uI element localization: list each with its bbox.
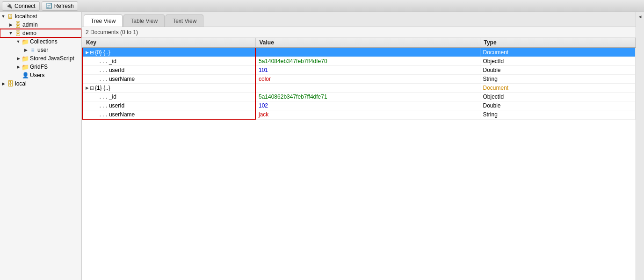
key-label: {0} {..} xyxy=(95,49,110,56)
key-cell: ...userId xyxy=(82,66,255,75)
sidebar-item-label: Collections xyxy=(30,38,58,45)
sidebar-item-admin[interactable]: ▶ 🗄 admin xyxy=(0,21,81,29)
folder-icon: 📁 xyxy=(22,38,29,45)
value-cell: 5a140862b347feb7ff4dfe71 xyxy=(255,93,480,101)
col-key: Key xyxy=(82,38,255,48)
tab-text-label: Text View xyxy=(173,18,196,24)
info-bar: 2 Documents (0 to 1) xyxy=(82,27,636,38)
key-label: userId xyxy=(109,67,124,73)
row-expand-icon[interactable]: ▶ xyxy=(86,86,89,90)
value-cell xyxy=(255,48,480,57)
tab-tree-label: Tree View xyxy=(91,18,116,24)
key-label: _id xyxy=(109,58,116,65)
refresh-icon: 🔄 xyxy=(46,3,52,9)
key-cell: ...userId xyxy=(82,101,255,110)
table-row[interactable]: ...userId102Double xyxy=(82,101,636,110)
table-row[interactable]: ▶⊟{0} {..}Document xyxy=(82,48,636,57)
row-expand-icon[interactable]: ▶ xyxy=(86,50,89,55)
sidebar-item-users[interactable]: ▶ 👤 Users xyxy=(0,71,81,79)
value-cell: color xyxy=(255,75,480,84)
tab-text[interactable]: Text View xyxy=(166,14,203,27)
sidebar-item-label: GridFS xyxy=(30,64,48,70)
key-cell: ..._id xyxy=(82,93,255,101)
expand-icon: ▶ xyxy=(7,22,14,28)
tree-connector: ... xyxy=(99,67,108,73)
expand-icon: ▶ xyxy=(0,80,7,87)
sidebar-item-collections[interactable]: ▼ 📁 Collections xyxy=(0,37,81,46)
tree-connector: ... xyxy=(99,58,108,65)
expand-icon: ▼ xyxy=(15,38,22,45)
sidebar-item-local[interactable]: ▶ 🗄 local xyxy=(0,79,81,88)
value-cell xyxy=(255,84,480,93)
sidebar-item-label: demo xyxy=(22,30,36,36)
type-cell: String xyxy=(480,75,636,84)
expand-icon: ▶ xyxy=(15,64,22,70)
type-cell: ObjectId xyxy=(480,57,636,66)
table-header-row: Key Value Type xyxy=(82,38,636,48)
sidebar-item-label: admin xyxy=(22,22,38,28)
expand-icon: ▼ xyxy=(0,13,7,20)
refresh-button[interactable]: 🔄 Refresh xyxy=(42,1,78,11)
collapse-panel[interactable]: ◄ xyxy=(636,12,644,280)
value-cell: 102 xyxy=(255,101,480,110)
key-cell: ..._id xyxy=(82,57,255,66)
key-cell: ▶⊟{0} {..} xyxy=(82,48,255,57)
tab-tree[interactable]: Tree View xyxy=(84,14,123,27)
tab-bar: Tree View Table View Text View xyxy=(82,12,636,27)
col-value: Value xyxy=(255,38,480,48)
data-table: Key Value Type ▶⊟{0} {..}Document..._id5… xyxy=(82,38,636,120)
type-cell: ObjectId xyxy=(480,93,636,101)
tab-table-label: Table View xyxy=(130,18,158,24)
expand-icon: ▶ xyxy=(22,47,29,53)
folder-icon: 📁 xyxy=(22,55,29,62)
tree-connector: ... xyxy=(99,112,108,118)
refresh-label: Refresh xyxy=(54,3,74,9)
expand-icon: ▶ xyxy=(15,55,22,62)
type-cell: String xyxy=(480,110,636,120)
type-cell: Double xyxy=(480,66,636,75)
toolbar: 🔌 Connect 🔄 Refresh xyxy=(0,0,644,12)
sidebar-item-label: user xyxy=(37,47,48,53)
col-type: Type xyxy=(480,38,636,48)
expand-box-icon[interactable]: ⊟ xyxy=(90,50,94,56)
table-row[interactable]: ...userNamecolorString xyxy=(82,75,636,84)
key-cell: ...userName xyxy=(82,75,255,84)
key-cell: ▶⊟{1} {..} xyxy=(82,84,255,93)
content-area: Tree View Table View Text View 2 Documen… xyxy=(82,12,636,280)
sidebar-item-stored-js[interactable]: ▶ 📁 Stored JavaScript xyxy=(0,54,81,63)
folder-icon: 📁 xyxy=(22,63,29,71)
users-icon: 👤 xyxy=(22,72,29,79)
key-label: userName xyxy=(109,111,135,118)
sidebar: ▼ 🖥 localhost ▶ 🗄 admin ▼ 🗄 demo ▼ 📁 Col… xyxy=(0,12,82,280)
sidebar-item-demo[interactable]: ▼ 🗄 demo xyxy=(0,29,81,37)
tree-connector: ... xyxy=(99,76,108,82)
value-cell: jack xyxy=(255,110,480,120)
collapse-icon: ◄ xyxy=(638,14,643,19)
connect-button[interactable]: 🔌 Connect xyxy=(2,1,40,11)
sidebar-item-gridfs[interactable]: ▶ 📁 GridFS xyxy=(0,63,81,71)
sidebar-item-label: localhost xyxy=(15,13,37,20)
document-count: 2 Documents (0 to 1) xyxy=(86,29,138,36)
key-cell: ...userName xyxy=(82,110,255,120)
server-icon: 🖥 xyxy=(7,13,14,20)
table-row[interactable]: ...userId101Double xyxy=(82,66,636,75)
key-label: _id xyxy=(109,93,116,100)
key-label: {1} {..} xyxy=(95,85,110,91)
tree-table[interactable]: Key Value Type ▶⊟{0} {..}Document..._id5… xyxy=(82,38,636,280)
table-row[interactable]: ..._id5a140862b347feb7ff4dfe71ObjectId xyxy=(82,93,636,101)
type-cell: Document xyxy=(480,48,636,57)
tab-table[interactable]: Table View xyxy=(123,14,165,27)
table-row[interactable]: ..._id5a14084eb347feb7ff4dfe70ObjectId xyxy=(82,57,636,66)
connect-icon: 🔌 xyxy=(6,3,13,9)
sidebar-item-label: local xyxy=(15,80,27,87)
tree-connector: ... xyxy=(99,103,108,109)
sidebar-item-user[interactable]: ▶ ≡ user xyxy=(0,46,81,54)
connect-label: Connect xyxy=(14,3,36,9)
table-row[interactable]: ▶⊟{1} {..}Document xyxy=(82,84,636,93)
expand-box-icon[interactable]: ⊟ xyxy=(90,85,94,91)
sidebar-item-label: Stored JavaScript xyxy=(30,55,74,62)
sidebar-item-localhost[interactable]: ▼ 🖥 localhost xyxy=(0,12,81,21)
key-label: userName xyxy=(109,76,135,82)
type-cell: Document xyxy=(480,84,636,93)
table-row[interactable]: ...userNamejackString xyxy=(82,110,636,120)
